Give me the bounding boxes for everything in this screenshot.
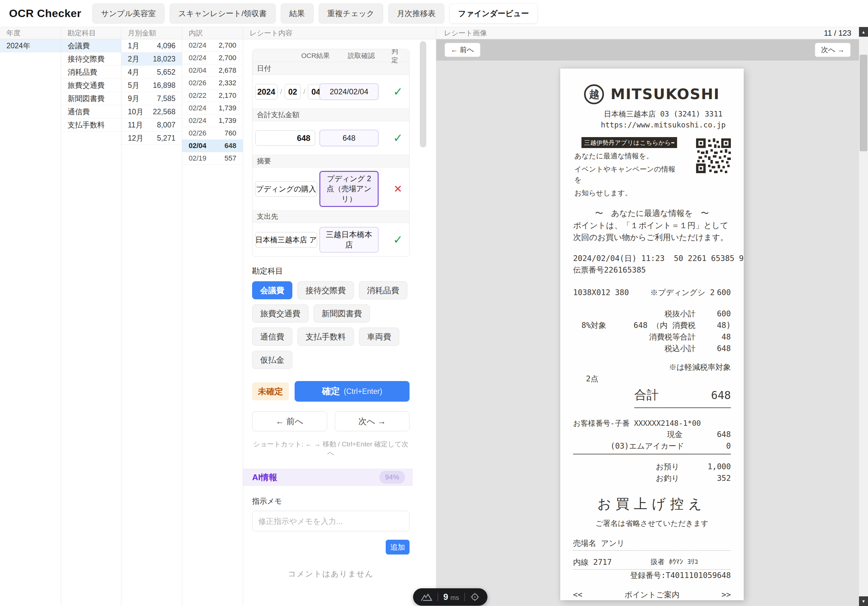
- summary-input[interactable]: [255, 181, 317, 196]
- tab-finder-view[interactable]: ファインダービュー: [450, 3, 538, 23]
- memo-input[interactable]: [252, 511, 409, 531]
- breakdown-row[interactable]: 02/262,332: [182, 77, 243, 90]
- devtools-status-pill[interactable]: 9 ms: [413, 588, 487, 606]
- date-year-input[interactable]: [255, 84, 277, 99]
- monthly-row[interactable]: 12月5,271: [121, 131, 182, 145]
- account-row[interactable]: 接待交際費: [61, 53, 121, 66]
- prev-record-button[interactable]: ← 前へ: [252, 411, 327, 431]
- tab-sample-salon[interactable]: サンプル美容室: [92, 3, 164, 23]
- account-row[interactable]: 通信費: [61, 105, 121, 118]
- account-chip-shinbun[interactable]: 新聞図書費: [313, 305, 370, 323]
- breakdown-row[interactable]: 02/241,739: [182, 114, 243, 127]
- change-line: お釣り 352: [573, 472, 731, 484]
- date-month-input[interactable]: [285, 84, 301, 99]
- payee-input[interactable]: [255, 232, 317, 247]
- receipt-app-block: 三越伊勢丹アプリはこちらから➡ あなたに最適な情報を。 イベントやキャンペーンの…: [573, 136, 731, 199]
- item-code: 1038X012 380: [573, 287, 629, 298]
- breakdown-row[interactable]: 02/242,700: [182, 39, 243, 52]
- receipt-item-line: 1038X012 380 ※プディングシ 2 600: [573, 287, 731, 298]
- tab-results[interactable]: 結果: [281, 3, 313, 23]
- summary-confirm-box[interactable]: プディング 2点（売場アンリ）: [319, 171, 379, 207]
- next-record-button[interactable]: 次へ →: [335, 411, 410, 431]
- receipt-content-scroll: OCR結果 読取確認 判定 日付 / / 2024/02/04: [243, 39, 418, 606]
- monthly-row[interactable]: 2月18,023: [121, 53, 182, 66]
- page-scrollbar-thumb[interactable]: [860, 55, 867, 151]
- signature-note: ご署名は省略させていただきます: [573, 518, 731, 529]
- account-row[interactable]: 新聞図書費: [61, 92, 121, 105]
- year-row-2024[interactable]: 2024年: [0, 39, 61, 53]
- breakdown-date: 02/24: [189, 116, 206, 125]
- total-confirm-box[interactable]: 648: [319, 130, 379, 147]
- scroll-up-icon[interactable]: ▲: [859, 27, 868, 37]
- monthly-row[interactable]: 10月22,568: [121, 105, 182, 118]
- account-row[interactable]: 消耗品費: [61, 66, 121, 79]
- tab-scan-receipts[interactable]: スキャンレシート/領収書: [170, 3, 276, 23]
- cash-value: 648: [682, 429, 731, 440]
- account-chip-settai[interactable]: 接待交際費: [298, 281, 354, 299]
- add-comment-button[interactable]: 追加: [386, 540, 409, 555]
- payee-row: 三越日本橋本店 ✓: [253, 223, 409, 257]
- account-chip-kaigihi[interactable]: 会議費: [252, 281, 292, 299]
- payee-confirm-box[interactable]: 三越日本橋本店: [319, 227, 379, 253]
- breakdown-row[interactable]: 02/042,678: [182, 64, 243, 77]
- monthly-row[interactable]: 9月7,585: [121, 92, 182, 105]
- incl-label: 税込小計: [665, 343, 696, 354]
- scroll-down-icon[interactable]: ▼: [859, 596, 868, 606]
- account-chip-tsushin[interactable]: 通信費: [252, 328, 292, 346]
- receipt-content-header: レシート内容: [243, 27, 436, 39]
- shortcut-hint: ショートカット: ← → 移動 / Ctrl+Enter 確定して次へ: [252, 440, 409, 458]
- monthly-row[interactable]: 11月8,007: [121, 118, 182, 131]
- breakdown-column-header: 内訳: [182, 27, 243, 39]
- breakdown-date: 02/24: [189, 104, 206, 112]
- breakdown-row[interactable]: 02/19557: [182, 152, 243, 165]
- account-row[interactable]: 支払手数料: [61, 118, 121, 131]
- account-chip-sharyo[interactable]: 車両費: [359, 328, 399, 346]
- receipt-image-header: レシート画像 11 / 123: [436, 27, 859, 39]
- page-scrollbar[interactable]: ▲ ▼: [859, 27, 868, 606]
- tab-duplicate-check[interactable]: 重複チェック: [319, 3, 383, 23]
- monthly-row[interactable]: 4月5,652: [121, 66, 182, 79]
- deposit-value: 1,000: [679, 461, 731, 472]
- tab-monthly-trend[interactable]: 月次推移表: [388, 3, 444, 23]
- account-chip-karibarai[interactable]: 仮払金: [252, 351, 292, 369]
- monthly-row[interactable]: 1月4,096: [121, 39, 182, 53]
- item-name: ※プディングシ 2: [650, 287, 715, 298]
- subtotal-value: 600: [696, 308, 731, 320]
- receipt-store-line: 日本橋三越本店 03 (3241) 3311: [573, 108, 731, 120]
- confirm-button[interactable]: 確定 (Ctrl+Enter): [294, 381, 409, 402]
- receipt-counter: 11 / 123: [824, 29, 851, 38]
- tax-mid: 648 （内 消費税: [634, 320, 696, 331]
- total-amount-input[interactable]: [255, 130, 315, 146]
- breakdown-amount: 2,170: [219, 91, 236, 100]
- breakdown-row[interactable]: 02/241,739: [182, 102, 243, 114]
- content-scrollbar-thumb[interactable]: [420, 41, 426, 147]
- breakdown-row[interactable]: 02/222,170: [182, 90, 243, 102]
- date-confirm-box[interactable]: 2024/02/04: [319, 83, 379, 100]
- breakdown-row[interactable]: 02/242,700: [182, 52, 243, 64]
- account-row[interactable]: 会議費: [61, 39, 121, 53]
- account-row[interactable]: 旅費交通費: [61, 79, 121, 92]
- tax-target-label: 8%対象: [581, 320, 606, 331]
- monthly-row[interactable]: 5月16,898: [121, 79, 182, 92]
- breakdown-date: 02/26: [189, 79, 206, 87]
- total-value: 648: [711, 387, 731, 403]
- summary-section-label: 摘要: [253, 155, 409, 168]
- crosshair-icon[interactable]: [470, 592, 480, 602]
- prev-image-button[interactable]: ← 前へ: [445, 43, 480, 57]
- receipt-promo-line: あなたに最適な情報を。: [574, 151, 682, 161]
- account-chip-ryohi[interactable]: 旅費交通費: [252, 305, 308, 323]
- receipt-promo-line: イベントやキャンペーンの情報を: [574, 164, 682, 185]
- monthly-column: 月別金額 1月4,096 2月18,023 4月5,652 5月16,898 9…: [121, 27, 182, 606]
- mitsukoshi-crest-icon: 越: [584, 84, 604, 104]
- account-chip-tesuryo[interactable]: 支払手数料: [298, 328, 354, 346]
- next-image-button[interactable]: 次へ →: [815, 43, 851, 57]
- receipt-image-viewport[interactable]: 越 MITSUKOSHI 日本橋三越本店 03 (3241) 3311 http…: [436, 60, 859, 606]
- month-amount: 16,898: [153, 81, 175, 90]
- pill-divider: [464, 593, 465, 601]
- breakdown-row-selected[interactable]: 02/04648: [182, 140, 243, 152]
- content-scrollbar[interactable]: [420, 41, 426, 603]
- account-chip-shomohin[interactable]: 消耗品費: [359, 281, 407, 299]
- breakdown-row[interactable]: 02/26760: [182, 127, 243, 140]
- app-title: OCR Checker: [9, 7, 81, 20]
- ai-info-bar: AI情報 94%: [243, 468, 413, 486]
